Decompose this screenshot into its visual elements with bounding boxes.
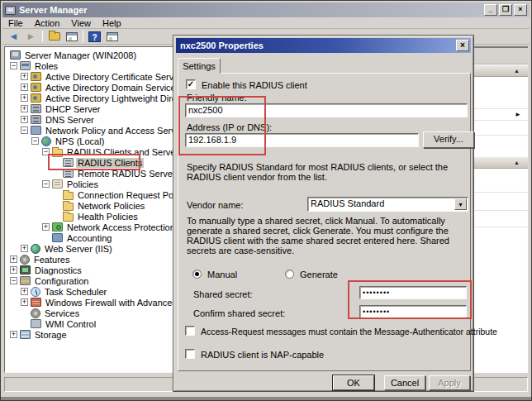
tree-expander[interactable]: + — [42, 223, 50, 231]
tree-expander[interactable]: + — [21, 245, 28, 252]
vendor-name-label: Vendor name: — [187, 200, 244, 210]
folder-icon — [63, 192, 74, 200]
radius-icon — [63, 169, 74, 178]
tree-item-label: Features — [32, 255, 71, 265]
close-button[interactable]: × — [514, 4, 527, 16]
friendly-name-input[interactable]: nxc2500 — [185, 103, 468, 117]
window-title: Server Manager — [19, 5, 88, 15]
tree-expander[interactable]: + — [21, 116, 28, 123]
confirm-shared-secret-input[interactable]: •••••••• — [359, 305, 467, 318]
secret-help-text: To manually type a shared secret, click … — [187, 216, 471, 255]
back-button[interactable]: ◄ — [5, 30, 22, 44]
tree-item-label: Accounting — [65, 233, 113, 243]
generate-radio[interactable] — [285, 270, 294, 279]
toolbar-separator — [83, 31, 83, 42]
tree-expander[interactable]: + — [21, 84, 28, 91]
window-titlebar[interactable]: Server Manager _ ❒ × — [2, 2, 530, 17]
dialog-titlebar[interactable]: nxc2500 Properties × — [176, 38, 471, 53]
nap-capable-checkbox[interactable] — [185, 349, 195, 359]
collapse-icon: ▲ — [514, 68, 520, 74]
tree-expander[interactable]: + — [21, 105, 28, 112]
menu-help[interactable]: Help — [97, 17, 127, 28]
menu-view[interactable]: View — [65, 17, 97, 28]
tree-expander[interactable]: − — [42, 148, 50, 155]
diag-icon — [20, 265, 31, 274]
actions-submenu-item[interactable]: ► — [474, 109, 528, 120]
message-authenticator-label: Access-Request messages must contain the… — [201, 327, 497, 337]
tree-item-label: Server Manager (WIN2008) — [23, 50, 138, 60]
actions-list-spacer — [474, 211, 528, 227]
actions-section-header[interactable]: ▲ — [474, 64, 528, 77]
tree-expander[interactable]: + — [10, 255, 17, 263]
tree-expander[interactable]: − — [10, 62, 17, 69]
back-arrow-icon: ◄ — [9, 31, 19, 41]
radius-client-properties-dialog: nxc2500 Properties × Settings ✓ Enable t… — [173, 35, 474, 392]
maximize-button[interactable]: ❒ — [499, 4, 512, 16]
globe-icon — [41, 136, 51, 146]
chevron-down-icon[interactable]: ▼ — [454, 198, 467, 210]
cancel-button[interactable]: Cancel — [384, 375, 425, 390]
tree-expander[interactable]: + — [21, 94, 28, 102]
tree-item-label: Policies — [65, 179, 100, 189]
actions-pane-header — [474, 48, 528, 64]
tree-item-label: RADIUS Clients and Servers — [65, 147, 185, 157]
toolbar-separator — [42, 31, 43, 42]
collapse-icon: ▲ — [514, 160, 520, 165]
server-manager-window: Server Manager _ ❒ × File Action View He… — [0, 0, 532, 401]
shield-icon — [52, 222, 63, 232]
menu-action[interactable]: Action — [29, 17, 66, 28]
actions-list-spacer — [474, 77, 528, 108]
tree-expander[interactable]: + — [10, 266, 17, 274]
enable-radius-client-checkbox[interactable]: ✓ — [186, 79, 196, 89]
show-console-tree-button[interactable] — [63, 30, 80, 44]
computer-icon — [10, 50, 21, 60]
folder-icon — [49, 32, 60, 41]
properties-button[interactable] — [103, 30, 121, 44]
submenu-arrow-icon: ► — [515, 111, 521, 118]
export-list-button[interactable] — [45, 30, 63, 44]
shared-secret-input[interactable]: •••••••• — [359, 286, 467, 299]
forward-arrow-icon: ► — [26, 31, 36, 41]
tree-expander[interactable]: + — [21, 288, 28, 295]
tree-expander[interactable]: − — [10, 277, 17, 284]
menubar: File Action View Help — [2, 17, 530, 29]
tree-expander[interactable]: − — [42, 180, 50, 188]
server-manager-icon — [5, 6, 16, 15]
actions-section-header[interactable]: ▲ — [474, 156, 528, 169]
tree-expander[interactable]: + — [21, 298, 28, 306]
tree-expander[interactable]: − — [31, 137, 39, 145]
tree-item-label: Storage — [33, 330, 69, 340]
tree-expander[interactable]: + — [21, 73, 28, 80]
tree-item-label: Services — [43, 308, 81, 318]
tree-item-label: Active Directory Domain Services — [44, 83, 182, 93]
actions-pane: ▲ ► ▲ — [474, 46, 528, 373]
dialog-close-button[interactable]: × — [456, 40, 469, 51]
address-input[interactable]: 192.168.1.9 — [185, 133, 419, 147]
vendor-name-dropdown[interactable]: RADIUS Standard ▼ — [307, 197, 468, 212]
tree-expander[interactable]: + — [10, 331, 17, 338]
forward-button[interactable]: ► — [22, 30, 40, 44]
help-button[interactable]: ? — [86, 30, 103, 44]
ok-button[interactable]: OK — [333, 375, 374, 390]
config-icon — [20, 276, 31, 285]
apply-button[interactable]: Apply — [429, 375, 470, 390]
generate-radio-label: Generate — [300, 270, 338, 279]
dialog-title: nxc2500 Properties — [180, 41, 264, 50]
tab-settings[interactable]: Settings — [178, 58, 221, 74]
tree-expander[interactable]: − — [21, 127, 28, 134]
tree-item-label: Network Policies — [76, 201, 146, 211]
folder-icon — [63, 203, 74, 211]
window-panes-icon — [107, 32, 118, 41]
actions-list-spacer — [474, 193, 528, 210]
confirm-shared-secret-label: Confirm shared secret: — [193, 308, 285, 318]
verify-button[interactable]: Verify... — [423, 131, 474, 148]
tree-item-label: Web Server (IIS) — [43, 244, 114, 254]
server-icon — [31, 115, 41, 124]
enable-radius-client-label: Enable this RADIUS client — [202, 80, 307, 90]
tree-item-label: DNS Server — [44, 115, 96, 125]
minimize-button[interactable]: _ — [484, 4, 497, 16]
message-authenticator-checkbox[interactable] — [185, 326, 195, 336]
menu-file[interactable]: File — [2, 17, 29, 28]
disk-icon — [20, 330, 31, 339]
manual-radio[interactable] — [192, 270, 202, 279]
